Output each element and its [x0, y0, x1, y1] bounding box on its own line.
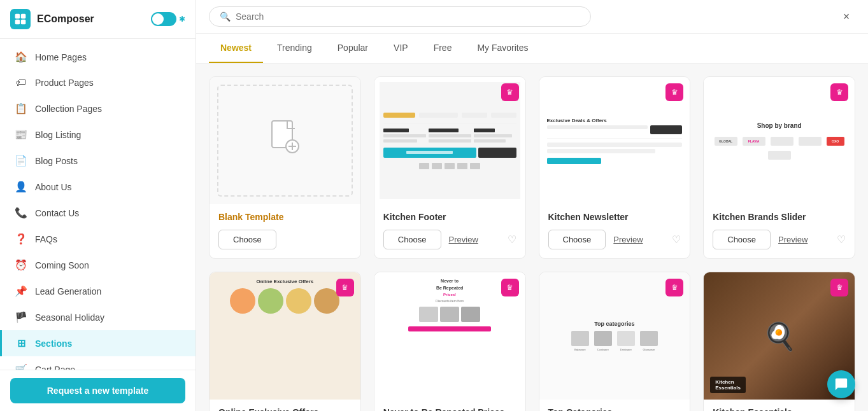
main-content: 🔍 × NewestTrendingPopularVIPFreeMy Favor… — [196, 0, 868, 411]
toggle-track[interactable] — [151, 12, 176, 26]
card-title-link[interactable]: Blank Template — [218, 212, 283, 222]
sidebar-item-label: About Us — [35, 182, 72, 192]
vip-badge-newsletter: ♛ — [665, 83, 683, 101]
template-card-kitchen-newsletter[interactable]: ♛ Exclusive Deals & Offers — [539, 76, 691, 259]
heart-icon-kitchen-newsletter[interactable]: ♡ — [672, 233, 681, 246]
vip-badge-top-categories: ♛ — [665, 279, 683, 296]
svg-rect-2 — [15, 20, 20, 25]
request-template-button[interactable]: Request a new template — [10, 378, 185, 403]
sidebar-item-blog-listing[interactable]: 📰Blog Listing — [0, 122, 196, 148]
sidebar-item-faqs[interactable]: ❓FAQs — [0, 226, 196, 252]
tab-my-favorites[interactable]: My Favorites — [466, 34, 539, 63]
sidebar-item-label: Lead Generation — [35, 286, 101, 296]
templates-area: Blank Template Choose ♛ — [196, 64, 868, 411]
card-body-blank: Blank Template Choose — [210, 204, 360, 258]
home-pages-icon: 🏠 — [15, 51, 27, 63]
card-actions-kitchen-footer: Choose Preview ♡ — [383, 230, 516, 249]
tab-popular[interactable]: Popular — [326, 34, 380, 63]
search-icon: 🔍 — [220, 11, 231, 22]
sidebar-footer: Request a new template — [0, 370, 196, 411]
card-thumbnail-online-exclusive: ♛ Online Exclusive Offers — [210, 272, 360, 400]
tab-trending[interactable]: Trending — [266, 34, 324, 63]
app-name: EComposer — [37, 13, 94, 25]
sidebar-item-label: Cart Page — [35, 365, 75, 370]
card-thumbnail-kitchen-footer: ♛ — [374, 77, 525, 204]
card-thumbnail-top-categories: ♛ Top categories Bakeware Cookware — [539, 272, 690, 400]
sidebar-header: EComposer ✱ — [0, 0, 196, 39]
sidebar-item-coming-soon[interactable]: ⏰Coming Soon — [0, 252, 196, 278]
template-card-never-repeated[interactable]: ♛ Never to Be Repeated Prices! Discounts… — [374, 272, 526, 411]
card-body-kitchen-newsletter: Kitchen Newsletter Choose Preview ♡ — [539, 204, 690, 258]
svg-rect-3 — [21, 20, 26, 25]
preview-link-kitchen-footer[interactable]: Preview — [449, 235, 478, 244]
choose-button-kitchen-brands[interactable]: Choose — [713, 230, 771, 249]
main-header: 🔍 × — [196, 0, 868, 34]
sidebar-item-seasonal-holiday[interactable]: 🏴Seasonal Holiday — [0, 304, 196, 330]
heart-icon-kitchen-brands[interactable]: ♡ — [837, 233, 846, 246]
contact-us-icon: 📞 — [15, 207, 27, 219]
sidebar-item-label: Coming Soon — [35, 260, 89, 270]
card-title-kitchen-brands: Kitchen Brands Slider — [713, 212, 846, 222]
card-title-online-exclusive: Online Exclusive Offers — [218, 407, 352, 411]
preview-link-kitchen-newsletter[interactable]: Preview — [613, 235, 643, 244]
sidebar-item-product-pages[interactable]: 🏷Product Pages — [0, 70, 196, 95]
card-body-kitchen-essentials: Kitchen Essentials Choose Preview ♡ — [704, 400, 855, 411]
sidebar-item-about-us[interactable]: 👤About Us — [0, 174, 196, 200]
card-thumbnail-never-repeated: ♛ Never to Be Repeated Prices! Discounts… — [374, 272, 525, 400]
choose-button-blank[interactable]: Choose — [218, 230, 276, 249]
sidebar-item-lead-generation[interactable]: 📌Lead Generation — [0, 278, 196, 304]
sidebar-item-label: Sections — [35, 338, 72, 349]
tab-free[interactable]: Free — [422, 34, 464, 63]
sidebar-item-label: Contact Us — [35, 208, 79, 218]
card-body-kitchen-brands: Kitchen Brands Slider Choose Preview ♡ — [704, 204, 855, 258]
blog-posts-icon: 📄 — [15, 155, 27, 167]
sidebar-item-label: Product Pages — [35, 78, 94, 88]
card-actions-kitchen-newsletter: Choose Preview ♡ — [548, 230, 681, 249]
card-actions-kitchen-brands: Choose Preview ♡ — [713, 230, 846, 249]
preview-link-kitchen-brands[interactable]: Preview — [778, 235, 808, 244]
sidebar-item-contact-us[interactable]: 📞Contact Us — [0, 200, 196, 226]
sidebar: EComposer ✱ 🏠Home Pages🏷Product Pages📋Co… — [0, 0, 196, 411]
heart-icon-kitchen-footer[interactable]: ♡ — [508, 233, 516, 246]
template-card-online-exclusive[interactable]: ♛ Online Exclusive Offers Online Exclusi… — [209, 272, 361, 411]
template-card-top-categories[interactable]: ♛ Top categories Bakeware Cookware — [539, 272, 691, 411]
vip-badge: ♛ — [501, 83, 519, 101]
toggle-switch[interactable]: ✱ — [151, 12, 185, 26]
sidebar-item-label: FAQs — [35, 234, 57, 244]
sidebar-item-label: Blog Listing — [35, 130, 81, 140]
card-title-blank: Blank Template — [218, 212, 352, 222]
chat-bubble-button[interactable] — [827, 370, 855, 398]
choose-button-kitchen-footer[interactable]: Choose — [383, 230, 441, 249]
sidebar-item-home-pages[interactable]: 🏠Home Pages — [0, 44, 196, 70]
card-title-kitchen-footer: Kitchen Footer — [383, 212, 516, 222]
card-title-kitchen-essentials: Kitchen Essentials — [713, 407, 846, 411]
tab-newest[interactable]: Newest — [209, 34, 263, 63]
card-title-kitchen-newsletter: Kitchen Newsletter — [548, 212, 681, 222]
card-title-top-categories: Top Categories — [548, 407, 681, 411]
search-input[interactable] — [236, 11, 580, 22]
sections-icon: ⊞ — [15, 337, 27, 349]
sidebar-item-cart-page[interactable]: 🛒Cart Page — [0, 356, 196, 370]
tab-vip[interactable]: VIP — [382, 34, 420, 63]
svg-rect-0 — [15, 14, 20, 19]
collection-pages-icon: 📋 — [15, 102, 27, 115]
coming-soon-icon: ⏰ — [15, 259, 27, 271]
toggle-star-icon: ✱ — [179, 15, 185, 24]
svg-rect-1 — [21, 14, 26, 19]
sidebar-item-blog-posts[interactable]: 📄Blog Posts — [0, 148, 196, 174]
blank-thumb — [217, 85, 353, 197]
sidebar-item-sections[interactable]: ⊞Sections — [0, 330, 196, 356]
sidebar-item-label: Seasonal Holiday — [35, 312, 104, 323]
template-card-kitchen-footer[interactable]: ♛ — [374, 76, 526, 259]
sidebar-item-label: Blog Posts — [35, 156, 78, 166]
sidebar-item-label: Home Pages — [35, 52, 87, 62]
about-us-icon: 👤 — [15, 181, 27, 193]
card-thumbnail-kitchen-brands: ♛ Shop by brand GLOBAL FLAVIA — [704, 77, 855, 204]
choose-button-kitchen-newsletter[interactable]: Choose — [548, 230, 606, 249]
logo-icon — [10, 9, 31, 29]
template-card-blank[interactable]: Blank Template Choose — [209, 76, 361, 259]
close-button[interactable]: × — [837, 8, 855, 25]
template-card-kitchen-brands[interactable]: ♛ Shop by brand GLOBAL FLAVIA — [703, 76, 855, 259]
sidebar-item-collection-pages[interactable]: 📋Collection Pages — [0, 95, 196, 122]
vip-badge-never-repeated: ♛ — [501, 279, 519, 296]
